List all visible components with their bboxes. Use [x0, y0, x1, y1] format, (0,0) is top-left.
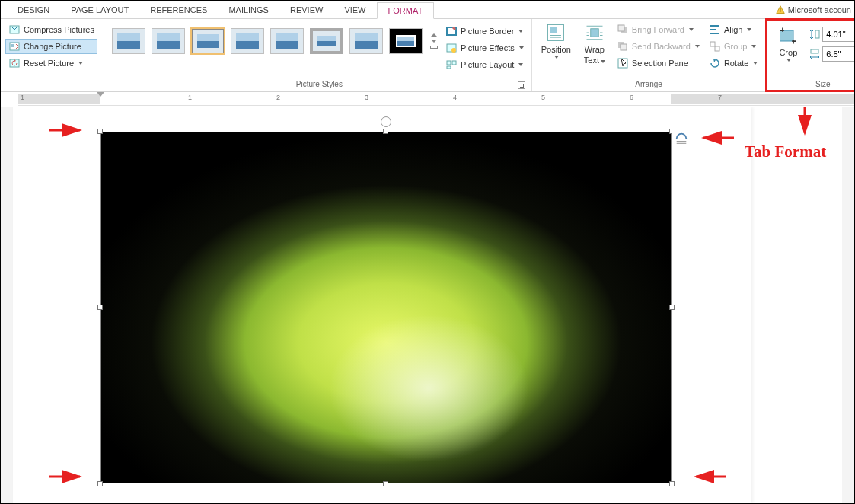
style-thumb-5[interactable] — [270, 28, 304, 54]
tab-format[interactable]: FORMAT — [377, 2, 435, 19]
picture-styles-launcher[interactable] — [518, 81, 525, 89]
svg-rect-8 — [447, 61, 451, 65]
warning-icon: ! — [776, 5, 785, 14]
selection-pane-button[interactable]: Selection Pane — [614, 56, 703, 71]
tab-references[interactable]: REFERENCES — [139, 2, 218, 18]
group-adjust: Compress Pictures Change Picture Reset P… — [1, 19, 107, 91]
picture-styles-gallery[interactable] — [112, 21, 439, 54]
rotate-handle[interactable] — [381, 116, 391, 127]
compress-pictures-button[interactable]: Compress Pictures — [5, 22, 97, 37]
resize-handle-b[interactable] — [383, 481, 388, 486]
annotation-label: Tab Format — [745, 142, 826, 161]
tab-design[interactable]: DESIGN — [7, 2, 60, 18]
send-backward-button[interactable]: Send Backward — [614, 39, 703, 54]
svg-rect-13 — [591, 29, 599, 37]
crop-icon — [777, 25, 799, 46]
selected-picture[interactable] — [100, 132, 672, 483]
document-area[interactable] — [1, 107, 854, 503]
picture-layout-button[interactable]: Picture Layout — [442, 57, 527, 72]
rotate-icon — [709, 57, 721, 69]
annotation-arrow — [48, 123, 86, 138]
group-icon — [709, 40, 721, 53]
picture-styles-label: Picture Styles — [112, 78, 527, 91]
annotation-arrow — [797, 106, 812, 139]
resize-handle-r[interactable] — [669, 305, 675, 310]
horizontal-ruler[interactable]: 1 1 2 3 4 5 6 7 — [18, 92, 854, 106]
layout-options-button[interactable] — [672, 129, 691, 148]
tab-view[interactable]: VIEW — [333, 2, 376, 18]
svg-rect-22 — [815, 30, 819, 38]
position-icon — [545, 22, 566, 43]
resize-handle-l[interactable] — [97, 305, 103, 310]
group-picture-styles: Picture Border Picture Effects Picture L… — [107, 19, 532, 91]
picture-effects-button[interactable]: Picture Effects — [442, 40, 527, 56]
tab-page-layout[interactable]: PAGE LAYOUT — [60, 2, 139, 18]
svg-rect-17 — [621, 44, 627, 50]
style-thumb-3[interactable] — [191, 28, 225, 54]
style-thumb-7[interactable] — [349, 28, 383, 54]
style-thumb-4[interactable] — [231, 28, 264, 54]
layout-options-icon — [675, 132, 688, 145]
change-picture-button[interactable]: Change Picture — [5, 39, 97, 54]
compress-icon — [8, 24, 21, 36]
wrap-text-icon — [584, 22, 605, 43]
reset-picture-button[interactable]: Reset Picture — [5, 56, 97, 71]
svg-rect-20 — [715, 46, 719, 51]
picture-content — [100, 132, 672, 483]
height-spinner[interactable] — [809, 27, 855, 42]
width-input[interactable] — [822, 46, 855, 62]
change-picture-icon — [8, 40, 21, 53]
svg-rect-15 — [618, 25, 624, 31]
resize-handle-t[interactable] — [383, 129, 388, 134]
svg-text:!: ! — [780, 7, 781, 14]
size-label: Size — [772, 78, 855, 91]
group-arrange: Position Wrap Text Bring Forward Send Ba… — [532, 19, 767, 91]
svg-rect-10 — [447, 66, 451, 69]
layout-icon — [445, 59, 458, 71]
group-size: Crop Size — [766, 19, 855, 91]
align-button[interactable]: Align — [706, 22, 761, 37]
bring-forward-button[interactable]: Bring Forward — [614, 22, 703, 37]
resize-handle-tl[interactable] — [97, 129, 103, 134]
selection-pane-icon — [617, 57, 629, 69]
style-thumb-6[interactable] — [310, 28, 343, 54]
gallery-scroll[interactable] — [429, 33, 439, 49]
reset-picture-icon — [8, 57, 21, 69]
resize-handle-bl[interactable] — [97, 481, 103, 486]
wrap-text-button[interactable]: Wrap Text — [579, 21, 611, 66]
style-thumb-1[interactable] — [112, 28, 145, 54]
tab-review[interactable]: REVIEW — [279, 2, 333, 18]
resize-handle-br[interactable] — [669, 481, 675, 486]
tab-mailings[interactable]: MAILINGS — [218, 2, 279, 18]
crop-button[interactable]: Crop — [772, 48, 804, 62]
rotate-button[interactable]: Rotate — [706, 56, 761, 71]
width-icon — [809, 48, 821, 60]
align-icon — [709, 24, 721, 36]
svg-rect-19 — [710, 42, 715, 46]
group-button[interactable]: Group — [706, 39, 761, 54]
svg-rect-23 — [811, 49, 818, 53]
svg-rect-21 — [780, 30, 794, 41]
annotation-arrow — [697, 130, 735, 145]
bring-forward-icon — [617, 24, 629, 36]
style-thumb-2[interactable] — [152, 28, 185, 54]
annotation-arrow — [690, 469, 728, 484]
svg-point-7 — [451, 48, 456, 53]
annotation-arrow — [48, 469, 86, 484]
svg-rect-9 — [452, 61, 456, 65]
width-spinner[interactable] — [809, 46, 855, 62]
ribbon: Compress Pictures Change Picture Reset P… — [1, 19, 854, 92]
arrange-label: Arrange — [537, 78, 761, 91]
svg-rect-12 — [550, 27, 557, 33]
send-backward-icon — [617, 40, 629, 53]
account-label[interactable]: ! Microsoft accoun — [776, 5, 854, 14]
svg-rect-3 — [10, 43, 19, 50]
border-icon — [445, 25, 458, 37]
style-thumb-8[interactable] — [389, 28, 423, 54]
height-input[interactable] — [822, 27, 855, 42]
effects-icon — [445, 42, 458, 54]
ribbon-tabs: DESIGN PAGE LAYOUT REFERENCES MAILINGS R… — [1, 1, 854, 19]
position-button[interactable]: Position — [537, 21, 576, 60]
picture-border-button[interactable]: Picture Border — [442, 24, 527, 39]
height-icon — [809, 28, 821, 40]
